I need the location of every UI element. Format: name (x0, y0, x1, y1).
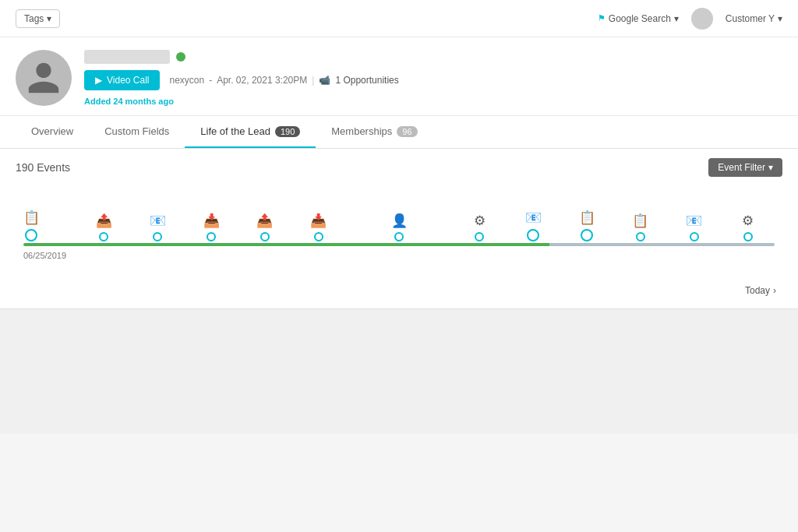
timeline-wrapper: 📋 📤 📧 📥 📤 (16, 186, 782, 299)
timeline-line (23, 243, 775, 246)
meta-separator-1: - (209, 75, 212, 86)
meta-date: Apr. 02, 2021 3:20PM (217, 75, 307, 86)
today-chevron-icon: › (773, 285, 776, 296)
today-label: Today (745, 285, 770, 296)
profile-actions: ▶ Video Call nexycon - Apr. 02, 2021 3:2… (84, 70, 782, 90)
icon-gear-7: ⚙ (474, 213, 486, 229)
timeline-icon-item-12: ⚙ (721, 213, 775, 241)
events-section: 190 Events Event Filter ▾ 📋 📤 📧 (0, 149, 798, 309)
customer-chevron-icon: ▾ (778, 13, 782, 24)
timeline-dot-4[interactable] (260, 232, 270, 241)
opportunities-link[interactable]: 1 Opportunities (335, 75, 398, 86)
timeline-icon-item-4: 📤 (238, 213, 291, 241)
tags-label: Tags (24, 13, 44, 24)
tab-overview[interactable]: Overview (16, 116, 89, 148)
timeline-icon-item-6: 👤 (345, 213, 453, 241)
timeline-icon-item-1: 📤 (77, 213, 131, 241)
tags-button[interactable]: Tags ▾ (16, 9, 60, 28)
google-search-button[interactable]: ⚑ Google Search ▾ (598, 13, 679, 24)
profile-name (84, 50, 170, 64)
event-filter-label: Event Filter (718, 162, 765, 173)
tab-life-of-lead-label: Life of the Lead (200, 125, 270, 137)
icon-send-1: 📤 (96, 213, 112, 229)
tab-custom-fields-label: Custom Fields (104, 125, 169, 137)
online-indicator (176, 52, 185, 62)
tab-memberships[interactable]: Memberships 96 (316, 116, 433, 148)
timeline-icons-row: 📋 📤 📧 📥 📤 (16, 210, 782, 241)
meta-source: nexycon (169, 75, 204, 86)
timeline-container: 📋 📤 📧 📥 📤 (16, 186, 782, 276)
icon-email-8: 📧 (525, 210, 542, 226)
tabs-bar: Overview Custom Fields Life of the Lead … (0, 116, 798, 149)
icon-inbox-5: 📥 (310, 213, 327, 229)
video-call-button[interactable]: ▶ Video Call (84, 70, 160, 90)
event-filter-button[interactable]: Event Filter ▾ (708, 158, 782, 177)
google-search-label: Google Search (609, 13, 671, 24)
profile-section: ▶ Video Call nexycon - Apr. 02, 2021 3:2… (0, 37, 798, 116)
icon-inbox-3: 📥 (203, 213, 220, 229)
video-call-label: Video Call (107, 75, 149, 86)
timeline-dot-2[interactable] (153, 232, 162, 241)
timeline-icon-item-8: 📧 (507, 210, 560, 241)
profile-meta: nexycon - Apr. 02, 2021 3:20PM | 📹 1 Opp… (169, 75, 398, 86)
timeline-dot-8[interactable] (527, 229, 539, 241)
timeline-icon-item-5: 📥 (291, 213, 345, 241)
timeline-dot-5[interactable] (314, 232, 323, 241)
timeline-start-date: 06/25/2019 (23, 251, 782, 260)
avatar-small (691, 8, 713, 30)
tab-overview-label: Overview (31, 125, 73, 137)
separator: | (312, 75, 314, 86)
timeline-icon-item-10: 📋 (613, 213, 667, 241)
profile-name-row (84, 50, 782, 64)
timeline-icon-item-7: ⚙ (453, 213, 507, 241)
icon-send-4: 📤 (256, 213, 273, 229)
timeline-dot-9[interactable] (581, 229, 593, 241)
event-filter-chevron: ▾ (768, 162, 773, 173)
tab-life-of-lead[interactable]: Life of the Lead 190 (185, 116, 316, 148)
timeline-icon-item-11: 📧 (667, 213, 721, 241)
top-bar-right: ⚑ Google Search ▾ Customer Y ▾ (598, 8, 782, 30)
profile-info: ▶ Video Call nexycon - Apr. 02, 2021 3:2… (84, 50, 782, 106)
timeline-icon-item-0: 📋 (23, 210, 77, 241)
icon-email-2: 📧 (150, 213, 166, 229)
customer-label: Customer Y (726, 13, 775, 24)
timeline-dot-0[interactable] (25, 229, 37, 241)
timeline-icon-item-2: 📧 (131, 213, 185, 241)
timeline-dot-1[interactable] (99, 232, 108, 241)
flag-icon: ⚑ (598, 13, 606, 23)
avatar (16, 50, 72, 106)
timeline-dot-10[interactable] (636, 232, 645, 241)
events-header: 190 Events Event Filter ▾ (16, 158, 782, 177)
google-search-chevron: ▾ (674, 13, 679, 24)
timeline-dot-3[interactable] (207, 232, 216, 241)
added-info: Added 24 months ago (84, 97, 782, 106)
icon-clipboard-9: 📋 (579, 210, 595, 226)
customer-button[interactable]: Customer Y ▾ (726, 13, 782, 24)
tab-life-of-lead-badge: 190 (275, 126, 300, 137)
tab-memberships-badge: 96 (397, 126, 417, 137)
timeline-dot-6[interactable] (394, 232, 404, 241)
tags-chevron-icon: ▾ (47, 13, 51, 24)
icon-gear-12: ⚙ (742, 213, 754, 229)
icon-clipboard-10: 📋 (632, 213, 648, 229)
icon-email-11: 📧 (686, 213, 702, 229)
icon-user-6: 👤 (391, 213, 408, 229)
timeline-icon-item-9: 📋 (560, 210, 614, 241)
bottom-gray-area (0, 309, 798, 434)
tab-custom-fields[interactable]: Custom Fields (89, 116, 185, 148)
timeline-icon-item-3: 📥 (185, 213, 238, 241)
icon-clipboard-0: 📋 (23, 210, 40, 226)
timeline-dot-7[interactable] (475, 232, 484, 241)
timeline-dot-11[interactable] (690, 232, 699, 241)
opportunities-icon: 📹 (319, 75, 330, 86)
tab-memberships-label: Memberships (331, 125, 392, 137)
timeline-dot-12[interactable] (743, 232, 753, 241)
events-count: 190 Events (16, 161, 70, 174)
video-icon: ▶ (95, 75, 102, 86)
today-button[interactable]: Today › (739, 282, 782, 299)
top-bar: Tags ▾ ⚑ Google Search ▾ Customer Y ▾ (0, 0, 798, 37)
